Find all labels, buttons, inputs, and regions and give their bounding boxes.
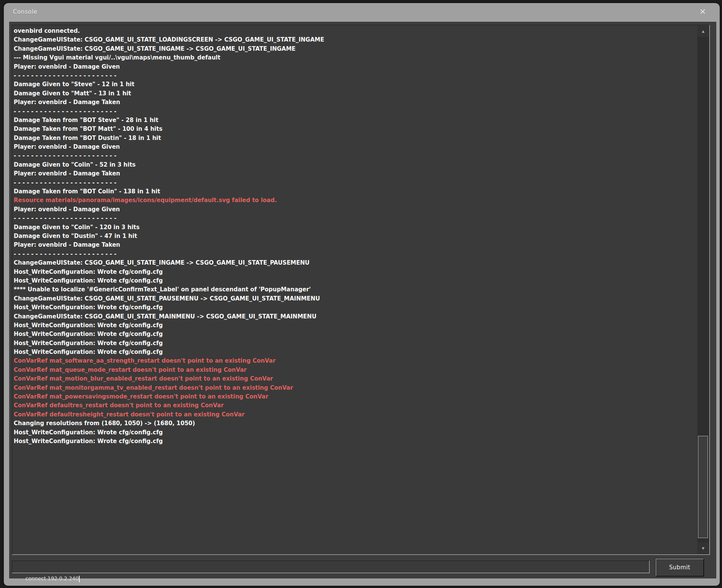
log-line: Host_WriteConfiguration: Wrote cfg/confi… [14,437,696,446]
close-icon[interactable]: × [699,8,706,16]
log-line: Host_WriteConfiguration: Wrote cfg/confi… [14,339,696,348]
log-line: Player: ovenbird - Damage Taken [14,241,696,249]
log-line: ChangeGameUIState: CSGO_GAME_UI_STATE_MA… [14,312,696,321]
log-line: Damage Taken from "BOT Steve" - 28 in 1 … [14,116,696,125]
log-line: ChangeGameUIState: CSGO_GAME_UI_STATE_LO… [14,35,696,44]
scroll-down-button[interactable]: ▼ [697,543,709,554]
log-line: Host_WriteConfiguration: Wrote cfg/confi… [14,321,696,330]
log-line: --- Missing Vgui material vgui/..\vgui\m… [14,53,696,62]
log-line: Player: ovenbird - Damage Given [14,205,696,214]
log-line: **** Unable to localize '#GenericConfirm… [14,285,696,294]
console-log[interactable]: ovenbird connected.ChangeGameUIState: CS… [14,27,696,554]
log-line: Damage Taken from "BOT Dustin" - 18 in 1… [14,134,696,143]
console-panel: ovenbird connected.ChangeGameUIState: CS… [9,22,716,578]
log-line-error: ConVarRef mat_queue_mode_restart doesn't… [14,366,696,374]
log-line: Player: ovenbird - Damage Taken [14,98,696,107]
scroll-up-icon: ▲ [702,29,704,33]
log-line: - - - - - - - - - - - - - - - - - - - - … [14,250,696,259]
log-line-error: ConVarRef mat_software_aa_strength_resta… [14,357,696,365]
log-line: - - - - - - - - - - - - - - - - - - - - … [14,178,696,187]
log-line: Player: ovenbird - Damage Taken [14,169,696,178]
scroll-down-icon: ▼ [702,546,704,550]
console-window: Console × ovenbird connected.ChangeGameU… [4,3,720,586]
log-line: Player: ovenbird - Damage Given [14,63,696,71]
titlebar[interactable]: Console × [4,3,720,22]
log-line: Host_WriteConfiguration: Wrote cfg/confi… [14,268,696,276]
log-line: Damage Given to "Dustin" - 47 in 1 hit [14,232,696,241]
log-line: Player: ovenbird - Damage Given [14,143,696,151]
log-line-error: ConVarRef defaultres_restart doesn't poi… [14,401,696,410]
scrollbar[interactable]: ▲ ▼ [697,26,709,554]
log-line-error: ConVarRef mat_motion_blur_enabled_restar… [14,374,696,383]
log-line: Host_WriteConfiguration: Wrote cfg/confi… [14,348,696,357]
log-line: - - - - - - - - - - - - - - - - - - - - … [14,214,696,223]
log-line: Host_WriteConfiguration: Wrote cfg/confi… [14,276,696,285]
log-line: Host_WriteConfiguration: Wrote cfg/confi… [14,428,696,437]
log-line: ChangeGameUIState: CSGO_GAME_UI_STATE_IN… [14,259,696,267]
console-log-box: ovenbird connected.ChangeGameUIState: CS… [12,25,710,555]
log-line: Damage Given to "Colin" - 52 in 3 hits [14,161,696,169]
scrollbar-thumb[interactable] [698,436,708,538]
text-cursor [79,576,80,582]
log-line: ChangeGameUIState: CSGO_GAME_UI_STATE_IN… [14,45,696,53]
log-line: Damage Taken from "BOT Colin" - 138 in 1… [14,187,696,196]
log-line: Host_WriteConfiguration: Wrote cfg/confi… [14,330,696,339]
submit-button[interactable]: Submit [655,558,704,577]
window-title: Console [13,8,37,15]
log-line: - - - - - - - - - - - - - - - - - - - - … [14,71,696,80]
log-line: - - - - - - - - - - - - - - - - - - - - … [14,107,696,116]
log-line: ovenbird connected. [14,27,696,35]
log-line: Damage Taken from "BOT Matt" - 100 in 4 … [14,125,696,133]
log-line: ChangeGameUIState: CSGO_GAME_UI_STATE_PA… [14,294,696,303]
log-line-error: ConVarRef defaultresheight_restart doesn… [14,410,696,419]
log-line-error: Resource materials/panorama/images/icons… [14,196,696,205]
log-line: - - - - - - - - - - - - - - - - - - - - … [14,151,696,160]
command-input-value: connect 192.0.2.240 [26,575,79,582]
log-line: Changing resolutions from (1680, 1050) -… [14,419,696,428]
log-line: Host_WriteConfiguration: Wrote cfg/confi… [14,303,696,312]
command-input[interactable]: connect 192.0.2.240 [12,561,650,573]
log-line-error: ConVarRef mat_powersavingsmode_restart d… [14,392,696,401]
log-line: Damage Given to "Matt" - 13 in 1 hit [14,89,696,98]
log-line-error: ConVarRef mat_monitorgamma_tv_enabled_re… [14,384,696,392]
scroll-up-button[interactable]: ▲ [697,26,709,37]
log-line: Damage Given to "Steve" - 12 in 1 hit [14,80,696,89]
log-line: Damage Given to "Colin" - 120 in 3 hits [14,223,696,232]
